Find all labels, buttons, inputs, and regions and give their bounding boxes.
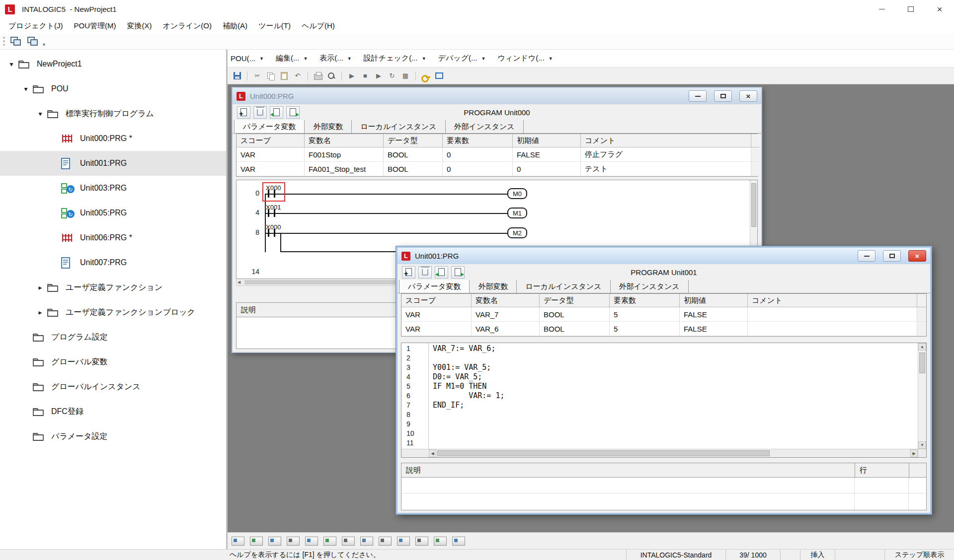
col-header-initial[interactable]: 初期値	[680, 294, 748, 307]
tab-external-variables[interactable]: 外部変数	[470, 280, 517, 293]
cell-name[interactable]: VAR_6	[472, 322, 540, 336]
minimize-button[interactable]	[868, 0, 896, 18]
status-tool-icon-13[interactable]	[452, 537, 465, 546]
scrollbar-thumb[interactable]	[919, 352, 925, 373]
col-header-scope[interactable]: スコープ	[237, 134, 305, 147]
cell-name[interactable]: F001Stop	[305, 147, 384, 162]
status-tool-icon-1[interactable]	[232, 537, 244, 546]
mdi-menu-debug[interactable]: デバッグ(...▼	[438, 54, 486, 63]
expand-arrow-icon[interactable]: ▸	[34, 283, 47, 291]
import-variables-button[interactable]	[435, 266, 448, 279]
mdi-menu-view[interactable]: 表示(...▼	[319, 54, 351, 63]
tree-item-unit006[interactable]: Unit006:PRG *	[0, 225, 226, 250]
close-button[interactable]: ×	[908, 250, 926, 262]
ladder-coil[interactable]: M0	[507, 188, 527, 199]
ladder-coil[interactable]: M2	[507, 227, 527, 238]
tree-item-unit003[interactable]: ↻ Unit003:PRG	[0, 176, 226, 201]
tree-item-dfc-registration[interactable]: DFC登録	[0, 399, 226, 424]
tree-item-global-variables[interactable]: グローバル変数	[0, 350, 226, 374]
tab-external-instances[interactable]: 外部インスタンス	[446, 120, 524, 133]
cell-initial[interactable]: FALSE	[680, 322, 748, 336]
menu-convert[interactable]: 変換(X)	[122, 19, 158, 33]
cell-scope[interactable]: VAR	[401, 307, 472, 322]
grid-icon[interactable]: ▦	[400, 70, 411, 81]
export-variables-button[interactable]	[286, 106, 300, 119]
print-icon[interactable]	[313, 70, 323, 81]
cell-comment[interactable]	[748, 322, 917, 336]
close-button[interactable]: ×	[925, 0, 954, 18]
editor-vertical-scrollbar[interactable]: ▲ ▼	[918, 343, 926, 449]
delete-variable-button[interactable]	[418, 266, 432, 279]
save-icon[interactable]	[232, 70, 242, 81]
maximize-button[interactable]	[896, 0, 925, 18]
export-variables-button[interactable]	[451, 266, 465, 279]
cell-scope[interactable]: VAR	[237, 162, 305, 176]
menu-pou-manage[interactable]: POU管理(M)	[69, 19, 122, 33]
col-header-comment[interactable]: コメント	[748, 294, 917, 307]
scrollbar-thumb[interactable]	[437, 450, 770, 456]
close-button[interactable]: ×	[739, 90, 757, 102]
menu-tools[interactable]: ツール(T)	[253, 19, 296, 33]
unit001-description-area[interactable]	[401, 478, 927, 510]
unit000-titlebar[interactable]: L Unit000:PRG ×	[233, 88, 761, 104]
scroll-down-icon[interactable]: ▼	[918, 441, 926, 449]
code-area[interactable]: VAR_7:= VAR_6; Y001:= VAR_5; D0:= VAR_5;…	[429, 343, 918, 449]
status-tool-icon-3[interactable]	[268, 537, 281, 546]
cell-initial[interactable]: FALSE	[680, 307, 748, 322]
add-variable-button[interactable]: +	[237, 106, 250, 119]
scroll-right-icon[interactable]: ▶	[910, 449, 918, 457]
scrollbar-thumb[interactable]	[751, 183, 756, 227]
tree-item-unit005[interactable]: ↻ Unit005:PRG	[0, 201, 226, 225]
status-tool-icon-9[interactable]	[379, 537, 392, 546]
expand-arrow-icon[interactable]: ▾	[19, 85, 32, 93]
status-tool-icon-5[interactable]	[305, 537, 318, 546]
ladder-contact[interactable]	[268, 229, 275, 237]
print-preview-icon[interactable]	[326, 70, 337, 81]
tree-item-parameter-settings[interactable]: パラメータ設定	[0, 424, 226, 449]
col-header-name[interactable]: 変数名	[472, 294, 540, 307]
cell-type[interactable]: BOOL	[384, 147, 443, 162]
status-tool-icon-6[interactable]	[323, 537, 336, 546]
delete-variable-button[interactable]	[253, 106, 267, 119]
cell-initial[interactable]: 0	[513, 162, 581, 176]
col-header-elements[interactable]: 要素数	[610, 294, 680, 307]
maximize-button[interactable]	[883, 250, 901, 262]
tree-item-standard-program-folder[interactable]: ▾ 標準実行制御プログラム	[0, 101, 226, 126]
unit001-titlebar[interactable]: L Unit001:PRG ×	[398, 248, 930, 264]
cell-scope[interactable]: VAR	[401, 322, 472, 336]
tree-item-unit001[interactable]: Unit001:PRG	[0, 151, 226, 176]
cell-name[interactable]: FA001_Stop_test	[305, 162, 384, 176]
toolbar-grip[interactable]	[3, 37, 5, 46]
run-icon[interactable]: ▶	[346, 70, 357, 81]
tab-parameter-variables[interactable]: パラメータ変数	[399, 280, 470, 293]
status-tool-icon-8[interactable]	[360, 537, 373, 546]
cell-elements[interactable]: 0	[443, 147, 513, 162]
scroll-left-icon[interactable]: ◀	[429, 449, 436, 457]
tab-external-variables[interactable]: 外部変数	[305, 120, 352, 133]
cell-type[interactable]: BOOL	[540, 322, 610, 336]
toolbar-overflow-icon[interactable]: ▾	[43, 42, 45, 47]
mdi-menu-edit[interactable]: 編集(...▼	[276, 54, 308, 63]
cell-type[interactable]: BOOL	[384, 162, 443, 176]
cell-comment[interactable]: 停止フラグ	[581, 147, 751, 162]
tab-parameter-variables[interactable]: パラメータ変数	[234, 120, 305, 133]
tree-item-unit000[interactable]: Unit000:PRG *	[0, 126, 226, 151]
paste-icon[interactable]	[279, 70, 290, 81]
status-tool-icon-4[interactable]	[287, 537, 300, 546]
stop-icon[interactable]: ■	[360, 70, 371, 81]
status-tool-icon-12[interactable]	[434, 537, 447, 546]
tab-local-instances[interactable]: ローカルインスタンス	[517, 280, 610, 293]
status-tool-icon-11[interactable]	[415, 537, 428, 546]
cascade-windows-icon[interactable]	[26, 35, 39, 47]
col-header-name[interactable]: 変数名	[305, 134, 384, 147]
menu-assist[interactable]: 補助(A)	[217, 19, 253, 33]
expand-arrow-icon[interactable]: ▾	[5, 60, 18, 68]
cell-elements[interactable]: 5	[610, 322, 680, 336]
col-header-initial[interactable]: 初期値	[513, 134, 581, 147]
menu-project[interactable]: プロジェクト(J)	[3, 19, 69, 33]
tree-item-unit007[interactable]: Unit007:PRG	[0, 250, 226, 275]
col-header-elements[interactable]: 要素数	[443, 134, 513, 147]
menu-online[interactable]: オンライン(O)	[158, 19, 217, 33]
step-icon[interactable]: ▶	[373, 70, 384, 81]
minimize-button[interactable]	[689, 90, 707, 102]
